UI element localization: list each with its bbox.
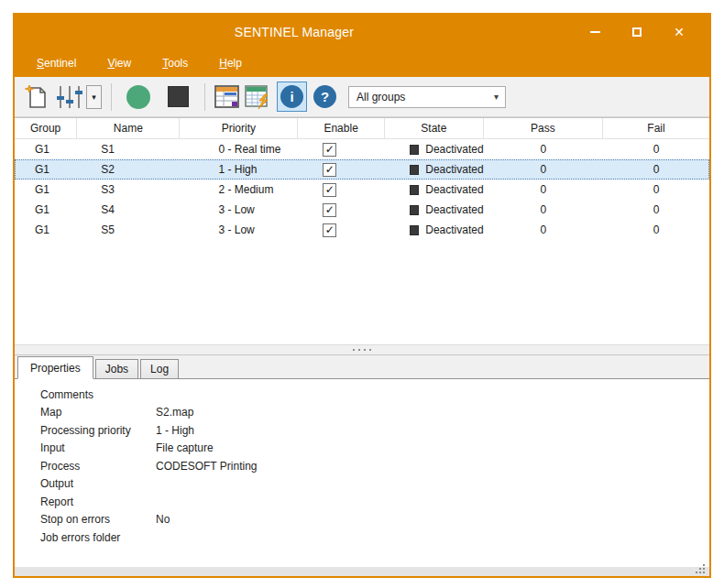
maximize-button[interactable] [616, 15, 658, 49]
splitter-grip-icon [369, 349, 371, 351]
cell-name: S1 [77, 139, 180, 159]
help-button[interactable]: ? [313, 85, 336, 108]
new-sentinel-button[interactable] [25, 84, 49, 110]
app-window: SENTINEL Manager ✕ Sentinel View Tools H… [13, 13, 711, 578]
table-row[interactable]: G1 S5 3 - Low ✓ Deactivated 0 0 [15, 220, 709, 240]
process-files-button[interactable] [245, 85, 270, 109]
column-header-state[interactable]: State [385, 118, 484, 138]
filter-dropdown-button[interactable]: ▾ [86, 85, 102, 109]
chevron-down-icon: ▾ [494, 92, 505, 102]
property-row: Output [40, 475, 709, 494]
property-label: Input [40, 441, 156, 454]
tab-jobs[interactable]: Jobs [95, 359, 138, 378]
enable-checkbox[interactable]: ✓ [323, 203, 336, 217]
cell-priority: 3 - Low [180, 220, 298, 240]
cell-state: Deactivated [425, 183, 483, 196]
property-label: Processing priority [40, 424, 156, 437]
menu-view-rest: iew [115, 57, 131, 70]
menu-tools[interactable]: Tools [162, 57, 188, 70]
property-row: Comments [40, 386, 709, 404]
cell-pass: 0 [484, 159, 603, 180]
menu-help[interactable]: Help [219, 57, 242, 70]
property-value: File capture [156, 441, 709, 454]
table-row-selected[interactable]: G1 S2 1 - High ✓ Deactivated 0 0 [15, 159, 709, 180]
tab-log[interactable]: Log [140, 359, 179, 378]
enable-checkbox[interactable]: ✓ [323, 143, 336, 157]
column-header-name[interactable]: Name [77, 118, 180, 138]
menu-tools-rest: ools [168, 57, 188, 70]
cell-group: G1 [15, 220, 77, 240]
column-header-enable[interactable]: Enable [298, 118, 385, 138]
cell-pass: 0 [484, 220, 603, 240]
enable-checkbox[interactable]: ✓ [323, 223, 336, 237]
cell-group: G1 [15, 139, 77, 159]
bottom-tabbar: Properties Jobs Log [15, 355, 709, 379]
table-row[interactable]: G1 S1 0 - Real time ✓ Deactivated 0 0 [15, 139, 709, 159]
process-table-lightning-icon [245, 85, 270, 109]
properties-panel: Comments Map S2.map Processing priority … [15, 379, 709, 567]
activate-button[interactable] [126, 85, 150, 109]
help-icon: ? [313, 85, 336, 108]
property-value: 1 - High [156, 424, 709, 437]
close-button[interactable]: ✕ [658, 15, 700, 49]
deactivate-button[interactable] [168, 86, 189, 107]
enable-checkbox[interactable]: ✓ [323, 163, 336, 177]
column-header-pass[interactable]: Pass [484, 118, 603, 138]
tab-properties[interactable]: Properties [17, 356, 93, 379]
menu-view[interactable]: View [107, 57, 131, 70]
splitter-grip-icon [364, 349, 366, 351]
state-indicator-icon [410, 145, 419, 155]
property-row: Input File capture [40, 440, 709, 458]
splitter-grip-icon [358, 349, 360, 351]
menu-help-rest: elp [227, 57, 242, 70]
cell-state: Deactivated [425, 163, 483, 176]
window-title: SENTINEL Manager [15, 25, 574, 39]
property-value: S2.map [156, 406, 709, 419]
cell-state: Deactivated [425, 143, 483, 156]
menu-sentinel-accel: S [37, 57, 44, 70]
menu-sentinel[interactable]: Sentinel [37, 57, 76, 70]
cell-group: G1 [15, 159, 77, 180]
cell-state: Deactivated [425, 203, 483, 216]
state-indicator-icon [410, 185, 419, 195]
column-header-fail[interactable]: Fail [603, 118, 709, 138]
cell-pass: 0 [484, 200, 603, 220]
panel-splitter[interactable] [15, 344, 709, 355]
new-document-icon [25, 84, 49, 110]
property-label: Job errors folder [40, 531, 156, 544]
property-value: No [156, 513, 709, 526]
job-table-icon [214, 85, 239, 108]
sliders-icon [55, 84, 84, 110]
column-header-priority[interactable]: Priority [180, 118, 298, 138]
property-label: Report [40, 495, 156, 508]
column-header-group[interactable]: Group [15, 118, 77, 138]
group-filter-value: All groups [357, 91, 405, 103]
splitter-grip-icon [353, 349, 355, 351]
enable-checkbox[interactable]: ✓ [323, 183, 336, 197]
status-strip [15, 567, 709, 576]
titlebar: SENTINEL Manager ✕ [15, 15, 709, 49]
resize-grip[interactable] [694, 562, 707, 575]
property-row: Report [40, 493, 709, 511]
cell-priority: 3 - Low [180, 200, 298, 220]
cell-priority: 1 - High [180, 159, 298, 180]
table-row[interactable]: G1 S3 2 - Medium ✓ Deactivated 0 0 [15, 180, 709, 200]
group-filter-select[interactable]: All groups ▾ [348, 86, 506, 108]
info-button[interactable]: i [277, 82, 307, 112]
table-header: Group Name Priority Enable State Pass Fa… [15, 118, 709, 139]
filter-settings-button[interactable]: ▾ [55, 84, 102, 110]
cell-state: Deactivated [425, 223, 483, 236]
cell-group: G1 [15, 200, 77, 220]
cell-name: S5 [77, 220, 180, 240]
cell-fail: 0 [603, 200, 709, 220]
table-row[interactable]: G1 S4 3 - Low ✓ Deactivated 0 0 [15, 200, 709, 220]
toolbar: ▾ [15, 77, 709, 117]
cell-fail: 0 [603, 220, 709, 240]
cell-fail: 0 [603, 180, 709, 200]
info-icon: i [280, 85, 303, 108]
property-row: Stop on errors No [40, 511, 709, 529]
cell-priority: 2 - Medium [180, 180, 298, 200]
minimize-button[interactable] [574, 15, 616, 49]
job-list-button[interactable] [214, 85, 239, 108]
property-label: Comments [40, 388, 156, 401]
